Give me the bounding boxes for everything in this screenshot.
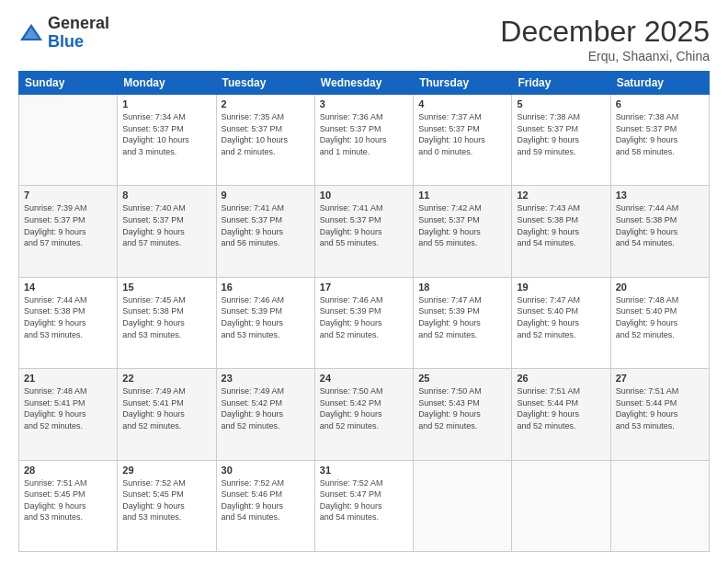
day-number: 24 bbox=[320, 373, 408, 384]
day-number: 13 bbox=[616, 190, 704, 201]
day-info: Sunrise: 7:52 AMSunset: 5:47 PMDaylight:… bbox=[320, 477, 408, 523]
day-info: Sunrise: 7:52 AMSunset: 5:45 PMDaylight:… bbox=[122, 477, 210, 523]
table-row: 31Sunrise: 7:52 AMSunset: 5:47 PMDayligh… bbox=[314, 460, 413, 551]
table-row bbox=[512, 460, 610, 551]
table-row: 27Sunrise: 7:51 AMSunset: 5:44 PMDayligh… bbox=[610, 369, 709, 460]
day-info: Sunrise: 7:39 AMSunset: 5:37 PMDaylight:… bbox=[24, 202, 112, 248]
calendar-week-row: 7Sunrise: 7:39 AMSunset: 5:37 PMDaylight… bbox=[19, 186, 710, 277]
day-info: Sunrise: 7:47 AMSunset: 5:39 PMDaylight:… bbox=[418, 294, 506, 340]
table-row: 5Sunrise: 7:38 AMSunset: 5:37 PMDaylight… bbox=[512, 95, 610, 186]
table-row: 15Sunrise: 7:45 AMSunset: 5:38 PMDayligh… bbox=[118, 277, 216, 368]
day-info: Sunrise: 7:43 AMSunset: 5:38 PMDaylight:… bbox=[517, 202, 605, 248]
day-number: 29 bbox=[122, 465, 210, 476]
day-info: Sunrise: 7:47 AMSunset: 5:40 PMDaylight:… bbox=[517, 294, 605, 340]
day-number: 28 bbox=[24, 465, 112, 476]
table-row: 3Sunrise: 7:36 AMSunset: 5:37 PMDaylight… bbox=[314, 95, 413, 186]
table-row: 21Sunrise: 7:48 AMSunset: 5:41 PMDayligh… bbox=[19, 369, 118, 460]
calendar-header-row: Sunday Monday Tuesday Wednesday Thursday… bbox=[19, 72, 710, 95]
header: General Blue December 2025 Erqu, Shaanxi… bbox=[18, 15, 710, 63]
day-info: Sunrise: 7:36 AMSunset: 5:37 PMDaylight:… bbox=[320, 111, 408, 157]
location: Erqu, Shaanxi, China bbox=[500, 49, 710, 63]
logo-text: General Blue bbox=[48, 15, 109, 52]
day-info: Sunrise: 7:42 AMSunset: 5:37 PMDaylight:… bbox=[418, 202, 506, 248]
logo-general: General bbox=[48, 14, 109, 32]
table-row: 19Sunrise: 7:47 AMSunset: 5:40 PMDayligh… bbox=[512, 277, 610, 368]
table-row: 2Sunrise: 7:35 AMSunset: 5:37 PMDaylight… bbox=[216, 95, 314, 186]
col-saturday: Saturday bbox=[610, 72, 709, 95]
table-row: 14Sunrise: 7:44 AMSunset: 5:38 PMDayligh… bbox=[19, 277, 118, 368]
day-info: Sunrise: 7:48 AMSunset: 5:40 PMDaylight:… bbox=[616, 294, 704, 340]
day-info: Sunrise: 7:52 AMSunset: 5:46 PMDaylight:… bbox=[222, 477, 310, 523]
table-row: 20Sunrise: 7:48 AMSunset: 5:40 PMDayligh… bbox=[610, 277, 709, 368]
table-row bbox=[610, 460, 709, 551]
table-row: 25Sunrise: 7:50 AMSunset: 5:43 PMDayligh… bbox=[414, 369, 512, 460]
table-row bbox=[19, 95, 118, 186]
calendar-week-row: 28Sunrise: 7:51 AMSunset: 5:45 PMDayligh… bbox=[19, 460, 710, 551]
day-number: 3 bbox=[320, 98, 408, 109]
day-number: 7 bbox=[24, 190, 112, 201]
logo-blue: Blue bbox=[48, 32, 84, 51]
table-row: 10Sunrise: 7:41 AMSunset: 5:37 PMDayligh… bbox=[314, 186, 413, 277]
day-info: Sunrise: 7:46 AMSunset: 5:39 PMDaylight:… bbox=[222, 294, 310, 340]
day-number: 17 bbox=[320, 282, 408, 293]
day-number: 14 bbox=[24, 282, 112, 293]
day-info: Sunrise: 7:34 AMSunset: 5:37 PMDaylight:… bbox=[122, 111, 210, 157]
day-info: Sunrise: 7:45 AMSunset: 5:38 PMDaylight:… bbox=[122, 294, 210, 340]
day-number: 6 bbox=[616, 98, 704, 109]
table-row: 29Sunrise: 7:52 AMSunset: 5:45 PMDayligh… bbox=[118, 460, 216, 551]
day-number: 23 bbox=[222, 373, 310, 384]
title-section: December 2025 Erqu, Shaanxi, China bbox=[500, 15, 710, 63]
day-info: Sunrise: 7:44 AMSunset: 5:38 PMDaylight:… bbox=[616, 202, 704, 248]
table-row: 18Sunrise: 7:47 AMSunset: 5:39 PMDayligh… bbox=[414, 277, 512, 368]
day-info: Sunrise: 7:51 AMSunset: 5:44 PMDaylight:… bbox=[616, 385, 704, 431]
day-info: Sunrise: 7:50 AMSunset: 5:43 PMDaylight:… bbox=[418, 385, 506, 431]
calendar-table: Sunday Monday Tuesday Wednesday Thursday… bbox=[18, 71, 710, 552]
day-info: Sunrise: 7:49 AMSunset: 5:42 PMDaylight:… bbox=[222, 385, 310, 431]
col-thursday: Thursday bbox=[414, 72, 512, 95]
day-number: 22 bbox=[122, 373, 210, 384]
page: General Blue December 2025 Erqu, Shaanxi… bbox=[0, 0, 728, 563]
table-row: 28Sunrise: 7:51 AMSunset: 5:45 PMDayligh… bbox=[19, 460, 118, 551]
day-number: 1 bbox=[122, 98, 210, 109]
table-row: 24Sunrise: 7:50 AMSunset: 5:42 PMDayligh… bbox=[314, 369, 413, 460]
day-info: Sunrise: 7:41 AMSunset: 5:37 PMDaylight:… bbox=[222, 202, 310, 248]
day-number: 9 bbox=[222, 190, 310, 201]
day-number: 15 bbox=[122, 282, 210, 293]
logo: General Blue bbox=[18, 15, 109, 52]
col-tuesday: Tuesday bbox=[216, 72, 314, 95]
month-title: December 2025 bbox=[500, 15, 710, 49]
day-number: 12 bbox=[517, 190, 605, 201]
day-info: Sunrise: 7:38 AMSunset: 5:37 PMDaylight:… bbox=[517, 111, 605, 157]
day-number: 26 bbox=[517, 373, 605, 384]
day-number: 31 bbox=[320, 465, 408, 476]
day-info: Sunrise: 7:44 AMSunset: 5:38 PMDaylight:… bbox=[24, 294, 112, 340]
table-row: 23Sunrise: 7:49 AMSunset: 5:42 PMDayligh… bbox=[216, 369, 314, 460]
calendar-week-row: 1Sunrise: 7:34 AMSunset: 5:37 PMDaylight… bbox=[19, 95, 710, 186]
day-number: 20 bbox=[616, 282, 704, 293]
day-info: Sunrise: 7:46 AMSunset: 5:39 PMDaylight:… bbox=[320, 294, 408, 340]
day-number: 8 bbox=[122, 190, 210, 201]
col-monday: Monday bbox=[118, 72, 216, 95]
day-number: 4 bbox=[418, 98, 506, 109]
logo-icon bbox=[18, 20, 44, 46]
table-row: 16Sunrise: 7:46 AMSunset: 5:39 PMDayligh… bbox=[216, 277, 314, 368]
day-info: Sunrise: 7:51 AMSunset: 5:44 PMDaylight:… bbox=[517, 385, 605, 431]
table-row: 13Sunrise: 7:44 AMSunset: 5:38 PMDayligh… bbox=[610, 186, 709, 277]
col-friday: Friday bbox=[512, 72, 610, 95]
calendar-week-row: 21Sunrise: 7:48 AMSunset: 5:41 PMDayligh… bbox=[19, 369, 710, 460]
day-number: 25 bbox=[418, 373, 506, 384]
table-row: 8Sunrise: 7:40 AMSunset: 5:37 PMDaylight… bbox=[118, 186, 216, 277]
table-row: 12Sunrise: 7:43 AMSunset: 5:38 PMDayligh… bbox=[512, 186, 610, 277]
col-sunday: Sunday bbox=[19, 72, 118, 95]
day-number: 18 bbox=[418, 282, 506, 293]
day-info: Sunrise: 7:48 AMSunset: 5:41 PMDaylight:… bbox=[24, 385, 112, 431]
table-row: 30Sunrise: 7:52 AMSunset: 5:46 PMDayligh… bbox=[216, 460, 314, 551]
table-row: 11Sunrise: 7:42 AMSunset: 5:37 PMDayligh… bbox=[414, 186, 512, 277]
day-info: Sunrise: 7:40 AMSunset: 5:37 PMDaylight:… bbox=[122, 202, 210, 248]
day-number: 27 bbox=[616, 373, 704, 384]
table-row: 17Sunrise: 7:46 AMSunset: 5:39 PMDayligh… bbox=[314, 277, 413, 368]
day-number: 16 bbox=[222, 282, 310, 293]
day-number: 10 bbox=[320, 190, 408, 201]
table-row: 22Sunrise: 7:49 AMSunset: 5:41 PMDayligh… bbox=[118, 369, 216, 460]
day-info: Sunrise: 7:41 AMSunset: 5:37 PMDaylight:… bbox=[320, 202, 408, 248]
